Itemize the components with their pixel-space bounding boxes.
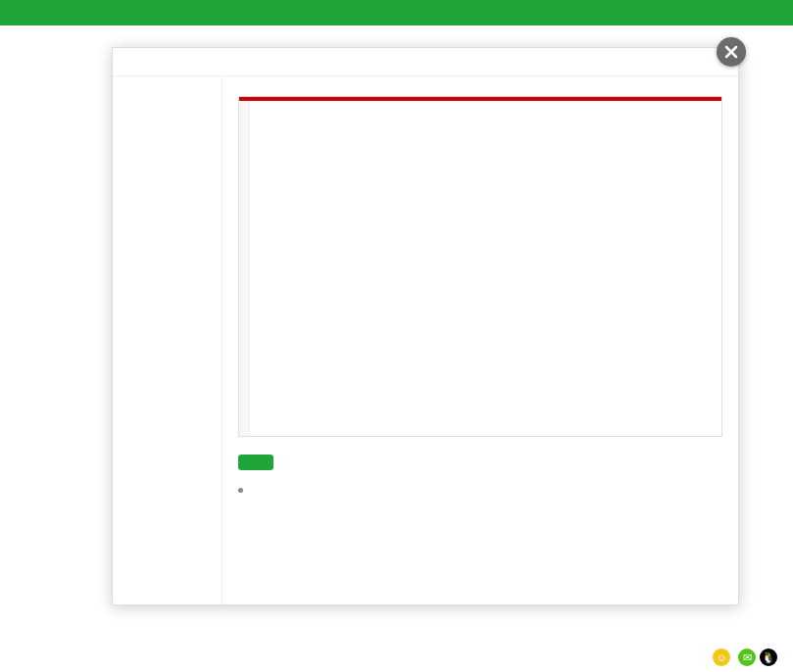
editor-code[interactable] xyxy=(250,97,721,436)
modal-sidebar xyxy=(113,76,223,604)
close-icon xyxy=(724,45,738,59)
modal-title xyxy=(113,48,738,76)
background-list xyxy=(0,25,793,49)
editor-gutter xyxy=(239,97,250,436)
wechat-icon: ✉ xyxy=(738,648,756,666)
php-manage-modal xyxy=(112,47,739,605)
badge-icon: ☺ xyxy=(713,648,730,666)
close-button[interactable] xyxy=(717,37,746,67)
background-header-bar xyxy=(0,0,793,25)
save-button[interactable] xyxy=(238,455,273,470)
bullet-icon xyxy=(238,488,243,493)
qq-icon: 🐧 xyxy=(760,648,777,666)
config-note xyxy=(238,488,722,493)
footer-badges: ☺ ✉ 🐧 xyxy=(713,648,781,666)
modal-content xyxy=(223,76,738,604)
config-editor[interactable] xyxy=(238,96,722,437)
background-list-header xyxy=(0,25,793,49)
